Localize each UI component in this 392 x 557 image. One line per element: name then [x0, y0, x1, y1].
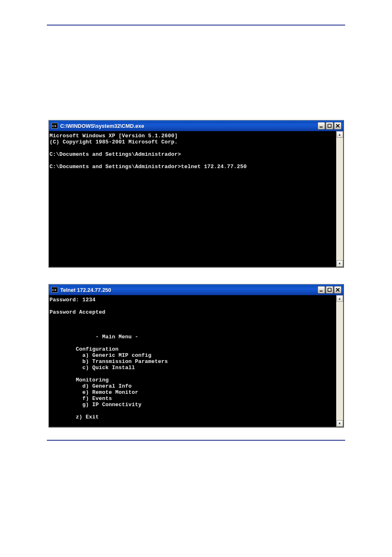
- close-button[interactable]: [334, 122, 341, 129]
- minimize-button[interactable]: [318, 286, 325, 294]
- svg-rect-3: [328, 288, 331, 291]
- titlebar-2[interactable]: cx Telnet 172.24.77.250: [49, 284, 343, 295]
- close-button[interactable]: [334, 286, 341, 294]
- titlebar-1[interactable]: cx C:\WINDOWS\system32\CMD.exe: [49, 120, 343, 131]
- scroll-track[interactable]: [337, 138, 343, 260]
- svg-rect-2: [320, 291, 323, 291]
- cmd-icon: cx: [51, 287, 58, 293]
- cmd-icon: cx: [51, 123, 58, 129]
- window-title-2: Telnet 172.24.77.250: [60, 287, 318, 293]
- minimize-button[interactable]: [318, 122, 325, 129]
- scroll-track[interactable]: [337, 302, 343, 420]
- window-title-1: C:\WINDOWS\system32\CMD.exe: [60, 123, 318, 129]
- scroll-down-icon[interactable]: ▼: [337, 420, 343, 427]
- svg-rect-0: [320, 127, 323, 127]
- client-area-2: Password: 1234 Password Accepted - Main …: [49, 295, 343, 427]
- svg-rect-1: [328, 124, 331, 127]
- cmd-window-1: cx C:\WINDOWS\system32\CMD.exe Microsoft…: [48, 120, 344, 268]
- telnet-window-2: cx Telnet 172.24.77.250 Password: 1234 P…: [48, 284, 344, 428]
- terminal-output-2[interactable]: Password: 1234 Password Accepted - Main …: [49, 295, 336, 427]
- scroll-up-icon[interactable]: ▲: [337, 295, 343, 302]
- scroll-up-icon[interactable]: ▲: [337, 131, 343, 138]
- bottom-separator: [47, 440, 345, 441]
- client-area-1: Microsoft Windows XP [Versión 5.1.2600] …: [49, 131, 343, 267]
- maximize-button[interactable]: [326, 286, 333, 294]
- scrollbar-1[interactable]: ▲ ▼: [336, 131, 343, 267]
- terminal-output-1[interactable]: Microsoft Windows XP [Versión 5.1.2600] …: [49, 131, 336, 267]
- scroll-down-icon[interactable]: ▼: [337, 260, 343, 267]
- scrollbar-2[interactable]: ▲ ▼: [336, 295, 343, 427]
- maximize-button[interactable]: [326, 122, 333, 129]
